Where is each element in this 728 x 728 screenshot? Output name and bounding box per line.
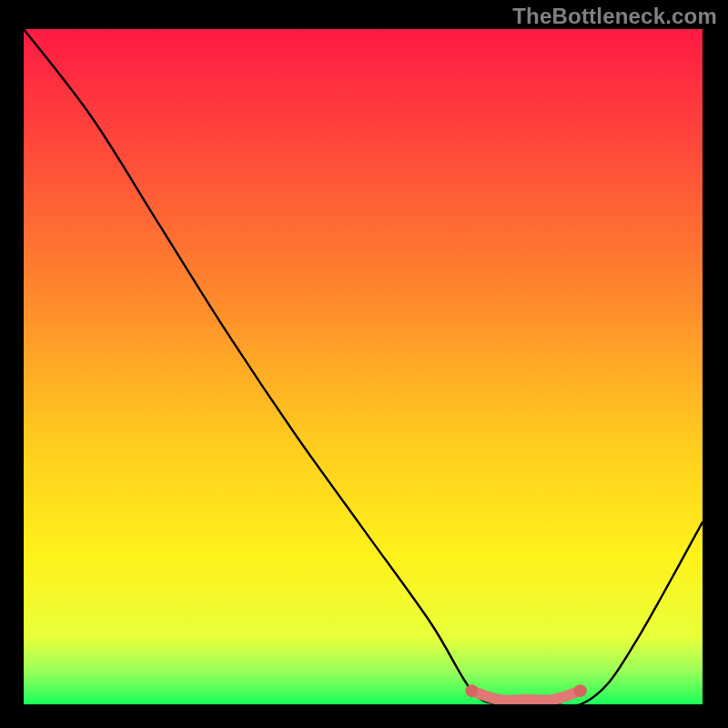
optimal-bar-end-left	[465, 684, 478, 697]
optimal-bar-end-right	[574, 684, 587, 697]
chart-frame: TheBottleneck.com	[0, 0, 728, 728]
gradient-background	[24, 29, 703, 704]
bottleneck-chart	[24, 29, 703, 704]
plot-area	[24, 29, 703, 704]
attribution-label: TheBottleneck.com	[512, 4, 717, 29]
